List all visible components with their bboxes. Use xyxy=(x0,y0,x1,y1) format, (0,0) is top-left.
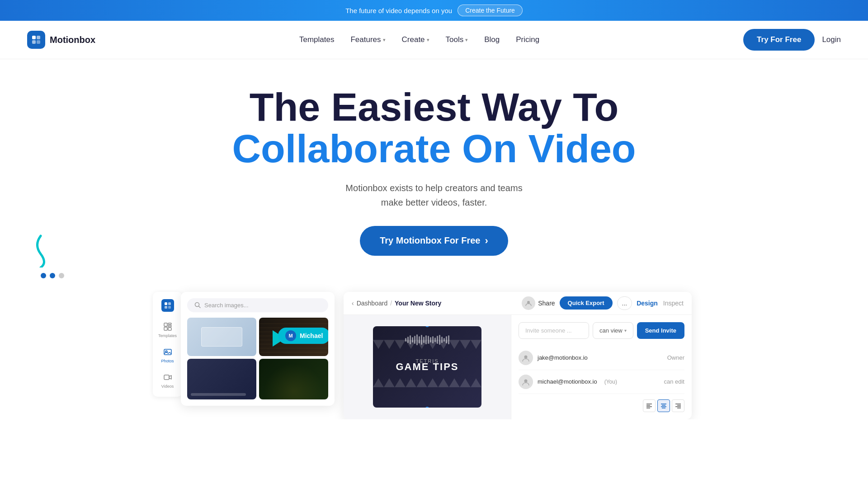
image-thumb-3[interactable] xyxy=(187,359,256,399)
svg-rect-6 xyxy=(165,306,167,309)
editor-actions: Share Quick Export ... Design Inspect xyxy=(522,296,684,310)
image-thumb-4[interactable] xyxy=(259,359,328,399)
handle-bottom-left[interactable] xyxy=(373,407,374,408)
hero-section: The Easiest Way To Collaborate On Video … xyxy=(0,59,868,274)
handle-bottom-right[interactable] xyxy=(481,407,481,408)
game-tips-card: GAME TIPS TETRIS xyxy=(373,326,481,408)
nav-item-features[interactable]: Features ▾ xyxy=(350,35,385,44)
breadcrumb-current: Your New Story xyxy=(395,300,441,307)
user-avatar-circle xyxy=(522,296,535,310)
collaborator-row-jake: jake@motionbox.io Owner xyxy=(519,346,684,370)
logo-link[interactable]: Motionbox xyxy=(27,31,95,49)
collab-you-label: (You) xyxy=(604,379,617,385)
share-button[interactable]: Share xyxy=(522,296,555,310)
collab-role-michael: can edit xyxy=(664,378,684,385)
try-for-free-button[interactable]: Try For Free xyxy=(743,29,815,51)
templates-icon xyxy=(163,322,173,332)
chevron-down-icon: ▾ xyxy=(383,37,386,43)
collab-role-jake: Owner xyxy=(667,354,684,361)
svg-rect-0 xyxy=(32,36,36,39)
svg-rect-5 xyxy=(168,302,171,305)
text-align-buttons xyxy=(519,399,684,412)
sidebar-item-photos[interactable]: Photos xyxy=(153,343,182,368)
templates-label: Templates xyxy=(158,333,177,338)
nav-item-blog[interactable]: Blog xyxy=(484,35,500,44)
svg-line-17 xyxy=(199,306,201,308)
left-panel-container: Templates Photos xyxy=(176,292,335,406)
quick-export-button[interactable]: Quick Export xyxy=(560,296,613,310)
nav-item-create[interactable]: Create ▾ xyxy=(402,35,429,44)
sidebar-item-videos[interactable]: Videos xyxy=(153,368,182,393)
svg-point-18 xyxy=(527,301,530,304)
nav-item-tools[interactable]: Tools ▾ xyxy=(446,35,468,44)
can-view-dropdown[interactable]: can view ▾ xyxy=(593,322,633,339)
canvas-text-container: GAME TIPS TETRIS xyxy=(396,361,458,373)
chevron-down-icon: ▾ xyxy=(624,328,627,333)
image-grid: M Michael xyxy=(187,318,328,399)
sidebar-icons: Templates Photos xyxy=(153,292,182,397)
svg-rect-2 xyxy=(32,40,36,44)
svg-rect-1 xyxy=(37,36,40,39)
decorative-squiggle xyxy=(27,231,54,269)
left-panel: Search images... M xyxy=(181,292,335,406)
user-avatar: M xyxy=(285,330,296,341)
breadcrumb-dashboard[interactable]: Dashboard xyxy=(357,300,388,307)
align-right-button[interactable] xyxy=(672,399,684,412)
collab-left-michael: michael@motionbox.io (You) xyxy=(519,375,617,389)
logo-icon xyxy=(27,31,45,49)
top-banner: The future of video depends on you Creat… xyxy=(0,0,868,21)
collaborators-list: jake@motionbox.io Owner xyxy=(519,346,684,394)
videos-label: Videos xyxy=(161,384,174,389)
nav-item-pricing[interactable]: Pricing xyxy=(516,35,539,44)
invite-input[interactable]: Invite someone ... xyxy=(519,322,589,339)
image-thumb-1[interactable] xyxy=(187,318,256,356)
arrow-icon: › xyxy=(485,235,488,247)
search-icon xyxy=(194,302,201,308)
svg-rect-9 xyxy=(168,323,171,324)
login-button[interactable]: Login xyxy=(822,35,841,44)
canvas-area[interactable]: GAME TIPS TETRIS xyxy=(344,315,511,419)
svg-rect-12 xyxy=(168,328,171,330)
svg-rect-15 xyxy=(164,375,169,380)
svg-rect-4 xyxy=(165,302,167,305)
collab-left-jake: jake@motionbox.io xyxy=(519,351,588,365)
handle-top-right[interactable] xyxy=(481,326,481,327)
handle-top-left[interactable] xyxy=(373,326,374,327)
user-badge: M Michael xyxy=(278,328,328,344)
hero-title-line1: The Easiest Way To xyxy=(18,86,850,128)
photos-icon xyxy=(163,347,173,357)
breadcrumb: ‹ Dashboard / Your New Story xyxy=(352,300,441,307)
align-center-button[interactable] xyxy=(657,399,670,412)
sidebar-logo xyxy=(153,296,182,317)
sidebar-item-templates[interactable]: Templates xyxy=(153,317,182,343)
handle-bottom-mid[interactable] xyxy=(425,407,429,408)
nav-item-templates[interactable]: Templates xyxy=(299,35,334,44)
dot-3 xyxy=(59,273,64,278)
banner-text: The future of video depends on you xyxy=(345,7,452,14)
search-bar[interactable]: Search images... xyxy=(187,298,328,312)
dot-2 xyxy=(50,273,55,278)
navbar: Motionbox Templates Features ▾ Create ▾ … xyxy=(0,21,868,59)
tab-inspect[interactable]: Inspect xyxy=(663,300,684,307)
hero-subtitle: Motionbox exists to help creators and te… xyxy=(18,181,850,210)
back-arrow-icon: ‹ xyxy=(352,300,354,307)
breadcrumb-separator: / xyxy=(390,300,392,307)
tab-design[interactable]: Design xyxy=(637,300,658,307)
handle-top-mid[interactable] xyxy=(425,326,429,327)
hero-title-line2: Collaborate On Video xyxy=(18,128,850,169)
align-left-button[interactable] xyxy=(643,399,656,412)
banner-cta[interactable]: Create the Future xyxy=(458,5,523,16)
nav-right: Try For Free Login xyxy=(743,29,841,51)
collab-email-michael: michael@motionbox.io xyxy=(538,378,597,385)
more-options-button[interactable]: ... xyxy=(617,296,632,310)
svg-point-20 xyxy=(524,379,528,382)
image-thumb-2[interactable]: M Michael xyxy=(259,318,328,356)
hero-cta-button[interactable]: Try Motionbox For Free › xyxy=(360,226,508,256)
send-invite-button[interactable]: Send Invite xyxy=(637,322,684,339)
nav-links: Templates Features ▾ Create ▾ Tools ▾ Bl… xyxy=(299,35,539,44)
svg-point-19 xyxy=(524,355,528,358)
svg-rect-13 xyxy=(164,349,171,355)
svg-rect-10 xyxy=(164,327,167,330)
design-inspect-tabs: Design Inspect xyxy=(637,300,684,307)
svg-rect-11 xyxy=(168,325,171,327)
